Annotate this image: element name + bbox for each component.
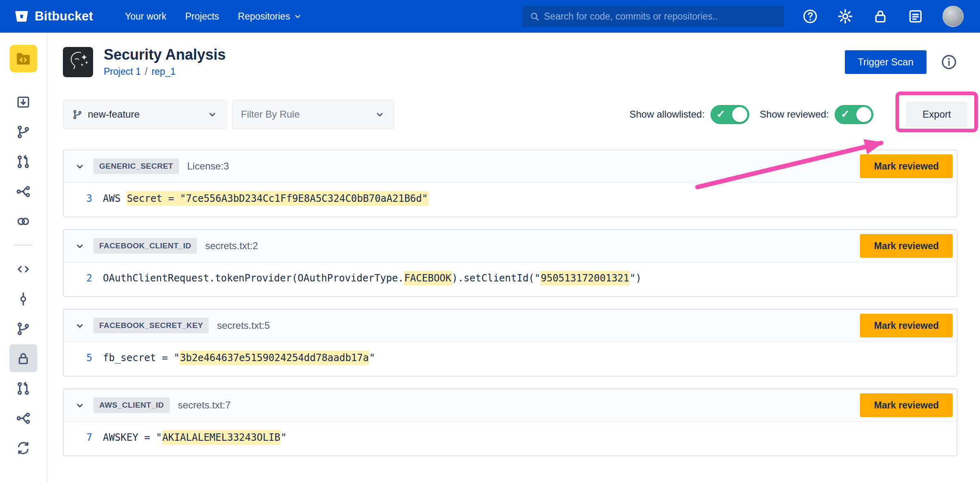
mark-reviewed-button[interactable]: Mark reviewed xyxy=(860,393,953,417)
user-avatar[interactable] xyxy=(942,6,964,27)
search-input[interactable] xyxy=(544,11,777,22)
toggle-knob xyxy=(856,107,871,122)
check-icon: ✓ xyxy=(841,108,850,120)
finding-location: secrets.txt:7 xyxy=(178,399,231,411)
show-allowlisted-label: Show allowlisted: xyxy=(629,109,704,120)
search-bar[interactable] xyxy=(523,6,784,27)
breadcrumb-repo-link[interactable]: rep_1 xyxy=(151,65,176,78)
toggle-knob xyxy=(732,107,747,122)
top-navbar: Bitbucket Your work Projects Repositorie… xyxy=(0,0,980,33)
rule-filter[interactable]: Filter By Rule xyxy=(232,100,394,129)
secret-highlight: Secret = "7ce556A3bD234Cc1Ff9E8A5C324C0b… xyxy=(127,191,428,206)
sidebar-divider xyxy=(14,236,33,254)
workspace-folder-tile[interactable] xyxy=(10,45,37,72)
branch-selector[interactable]: new-feature xyxy=(63,100,227,129)
finding-body: 7 AWSKEY = "AKIALALEMEL33243OLIB" xyxy=(64,422,957,455)
branch-icon xyxy=(16,321,31,337)
finding-header: AWS_CLIENT_ID secrets.txt:7 Mark reviewe… xyxy=(64,389,957,422)
mark-reviewed-button[interactable]: Mark reviewed xyxy=(860,314,953,337)
help-icon[interactable] xyxy=(802,8,818,25)
collapse-chevron-button[interactable] xyxy=(74,241,85,252)
nav-your-work[interactable]: Your work xyxy=(125,11,166,22)
lock-icon[interactable] xyxy=(872,8,889,25)
info-icon[interactable] xyxy=(940,54,958,71)
finding-body: 2 OAuthClientRequest.tokenProvider(OAuth… xyxy=(64,263,957,296)
code-line-number: 2 xyxy=(64,272,103,284)
commits-icon xyxy=(16,291,31,307)
title-block: Security Analysis Project 1 / rep_1 xyxy=(104,46,226,78)
show-reviewed-toggle[interactable]: ✓ xyxy=(835,105,873,124)
breadcrumb: Project 1 / rep_1 xyxy=(104,65,226,78)
show-allowlisted-toggle[interactable]: ✓ xyxy=(710,105,749,124)
sidebar-item-source[interactable] xyxy=(0,254,47,284)
mark-reviewed-button[interactable]: Mark reviewed xyxy=(860,154,953,178)
pipelines-icon xyxy=(16,184,31,199)
finding-body: 5 fb_secret = "3b2e464637e5159024254dd78… xyxy=(64,342,957,376)
sidebar-item-branches[interactable] xyxy=(0,117,47,147)
finding-header: FACEBOOK_CLIENT_ID secrets.txt:2 Mark re… xyxy=(64,230,957,263)
finding-header: GENERIC_SECRET License:3 Mark reviewed xyxy=(64,150,957,183)
repo-avatar-art xyxy=(63,47,93,77)
main-content: Security Analysis Project 1 / rep_1 Trig… xyxy=(47,33,980,482)
bitbucket-logo[interactable]: Bitbucket xyxy=(14,9,93,24)
collapse-chevron-button[interactable] xyxy=(74,161,85,172)
export-button[interactable]: Export xyxy=(906,102,967,127)
code-text: " xyxy=(369,352,375,364)
security-lock-icon xyxy=(16,351,31,366)
code-line: AWS Secret = "7ce556A3bD234Cc1Ff9E8A5C32… xyxy=(103,193,428,204)
chevron-down-icon xyxy=(74,320,85,331)
secret-highlight: AKIALALEMEL33243OLIB xyxy=(162,430,281,445)
code-text: OAuthClientRequest.tokenProvider(OAuthPr… xyxy=(103,272,404,284)
code-line-number: 7 xyxy=(64,432,103,443)
sidebar-item-pipelines[interactable] xyxy=(0,176,47,206)
finding-body: 3 AWS Secret = "7ce556A3bD234Cc1Ff9E8A5C… xyxy=(64,183,957,216)
fork-icon xyxy=(16,411,31,426)
feedback-icon[interactable] xyxy=(907,8,924,25)
sidebar-item-sync[interactable] xyxy=(0,433,47,463)
gear-icon[interactable] xyxy=(837,8,853,25)
collapse-chevron-button[interactable] xyxy=(74,400,85,411)
sidebar-item-security[interactable] xyxy=(0,344,47,373)
collapse-chevron-button[interactable] xyxy=(74,320,85,331)
finding-card: AWS_CLIENT_ID secrets.txt:7 Mark reviewe… xyxy=(63,388,958,456)
sidebar-item-pull-requests[interactable] xyxy=(0,147,47,176)
nav-projects[interactable]: Projects xyxy=(185,11,219,22)
mark-reviewed-button[interactable]: Mark reviewed xyxy=(860,234,953,258)
code-text: AWSKEY = " xyxy=(103,432,162,443)
sidebar-item-pull-requests-repo[interactable] xyxy=(0,373,47,403)
code-text: fb_secret = " xyxy=(103,352,180,364)
code-line: AWSKEY = "AKIALALEMEL33243OLIB" xyxy=(103,432,287,443)
chevron-down-icon xyxy=(207,109,218,120)
sidebar-item-deployments[interactable] xyxy=(0,206,47,236)
code-line-number: 3 xyxy=(64,193,103,204)
chevron-down-icon xyxy=(74,161,85,172)
sidebar-item-forks[interactable] xyxy=(0,403,47,433)
finding-header: FACEBOOK_SECRET_KEY secrets.txt:5 Mark r… xyxy=(64,310,957,342)
secret-highlight: 3b2e464637e5159024254dd78aadb17a xyxy=(180,350,369,365)
code-text: AWS xyxy=(103,193,127,204)
rule-badge: GENERIC_SECRET xyxy=(94,158,179,174)
page-title: Security Analysis xyxy=(104,46,226,64)
folder-code-icon xyxy=(15,50,32,67)
navbar-icon-cluster xyxy=(802,6,964,27)
import-icon xyxy=(16,94,31,110)
sidebar-item-import[interactable] xyxy=(0,87,47,117)
show-reviewed-label: Show reviewed: xyxy=(760,109,829,120)
bitbucket-logo-icon xyxy=(14,9,29,24)
sidebar-item-branches-repo[interactable] xyxy=(0,314,47,344)
breadcrumb-separator: / xyxy=(145,65,147,78)
filter-row: new-feature Filter By Rule Show allowlis… xyxy=(63,100,958,129)
finding-card: GENERIC_SECRET License:3 Mark reviewed 3… xyxy=(63,150,958,217)
trigger-scan-button[interactable]: Trigger Scan xyxy=(845,50,927,74)
pull-request-icon xyxy=(16,154,31,170)
breadcrumb-project-link[interactable]: Project 1 xyxy=(104,65,141,78)
source-code-icon xyxy=(16,261,31,277)
nav-repositories[interactable]: Repositories xyxy=(238,11,302,22)
page-header: Security Analysis Project 1 / rep_1 Trig… xyxy=(63,46,958,78)
repo-sidebar xyxy=(0,33,47,482)
sidebar-item-commits[interactable] xyxy=(0,284,47,314)
chevron-down-icon xyxy=(74,400,85,411)
finding-location: License:3 xyxy=(187,161,229,172)
code-text: " xyxy=(281,432,286,443)
search-icon xyxy=(529,11,540,22)
